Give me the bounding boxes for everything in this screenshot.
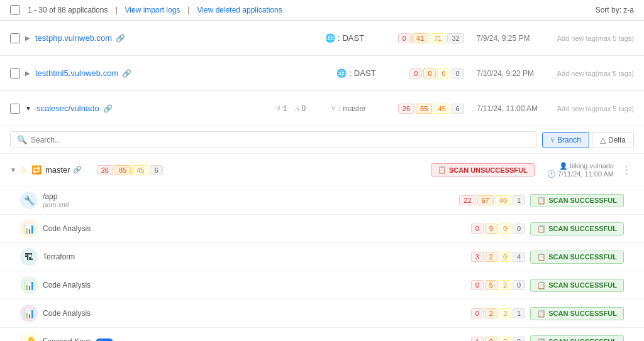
app1-add-tag[interactable]: Add new tag(max 5 tags) <box>557 35 634 42</box>
branch-count-medium: 45 <box>132 165 148 175</box>
app2-add-tag[interactable]: Add new tag(max 5 tags) <box>557 70 634 77</box>
sub-row-5: 🔑 Exposed Keys New 1 0 0 0 📋 SCAN SUCCES… <box>0 328 644 341</box>
tab-buttons: ⑂ Branch △ Delta <box>542 132 634 148</box>
app2-count-critical: 0 <box>409 68 422 78</box>
branch-name: master 🔗 <box>45 165 82 175</box>
tab-delta[interactable]: △ Delta <box>592 132 634 148</box>
view-deleted-link[interactable]: View deleted applications <box>197 6 282 14</box>
sub-status-3: 📋 SCAN SUCCESSFUL <box>530 279 624 292</box>
app2-checkbox[interactable] <box>10 68 20 78</box>
sub-status-2: 📋 SCAN SUCCESSFUL <box>530 251 624 264</box>
separator: | <box>115 6 117 14</box>
app3-link-icon: 🔗 <box>103 104 113 113</box>
app1-link-icon: 🔗 <box>116 34 125 43</box>
branch-meta: 👤 biking.vulnado 🕐 7/11/24, 11:00 AM <box>547 162 614 178</box>
search-input-wrap[interactable]: 🔍 <box>10 131 537 148</box>
sub-status-4: 📋 SCAN SUCCESSFUL <box>530 307 624 320</box>
branch-icon: ⑂ <box>331 104 336 113</box>
app-row-1: ▶ testphp.vulnweb.com 🔗 🌐 : DAST 0 41 71… <box>0 21 644 56</box>
app-list: ▶ testphp.vulnweb.com 🔗 🌐 : DAST 0 41 71… <box>0 21 644 341</box>
separator2: | <box>187 6 189 14</box>
scan-icon-2: 📋 <box>537 253 546 261</box>
select-all-checkbox[interactable] <box>10 5 20 15</box>
app2-link-icon: 🔗 <box>122 69 131 78</box>
tab-branch[interactable]: ⑂ Branch <box>542 132 589 148</box>
app1-count-medium: 71 <box>430 33 446 43</box>
app2-count-medium: 0 <box>437 68 450 78</box>
app1-count-low: 32 <box>447 33 464 43</box>
exposed-keys-icon: 🔑 <box>24 337 35 341</box>
pom-icon: 🔧 <box>24 195 35 205</box>
terraform-icon: 🏗 <box>25 252 33 262</box>
sub-icon-0: 🔧 <box>20 192 38 209</box>
search-icon: 🔍 <box>17 135 27 144</box>
sub-name-5: Exposed Keys New <box>43 337 461 341</box>
sub-row-1: 📊 Code Analysis 0 9 0 0 📋 SCAN SUCCESSFU… <box>0 215 644 243</box>
search-input[interactable] <box>31 136 530 144</box>
app1-timestamp: 7/9/24, 9:25 PM <box>477 34 552 43</box>
app2-expand-icon[interactable]: ▶ <box>25 70 30 77</box>
view-import-logs-link[interactable]: View import logs <box>125 6 180 14</box>
app1-checkbox[interactable] <box>10 33 20 43</box>
app3-count-critical: 26 <box>398 104 414 114</box>
sort-label[interactable]: Sort by: z-a <box>596 6 634 14</box>
sub-counts-0: 22 67 40 1 <box>459 195 525 205</box>
app3-checkbox[interactable] <box>10 104 20 114</box>
app3-expand-icon[interactable]: ▼ <box>25 105 31 112</box>
app2-count-high: 0 <box>423 68 436 78</box>
sub-row-2: 🏗 Terraform 3 2 0 4 📋 SCAN SUCCESSFUL <box>0 243 644 271</box>
app1-counts: 0 41 71 32 <box>398 33 464 43</box>
sub-row-0: 🔧 /app pom.xml 22 67 40 1 📋 SCAN SUCCESS… <box>0 187 644 215</box>
app1-scan-type: 🌐 : DAST <box>325 33 388 43</box>
sub-icon-1: 📊 <box>20 220 38 237</box>
code-analysis-icon-1: 📊 <box>24 224 35 234</box>
code-analysis-icon-4: 📊 <box>24 308 35 318</box>
top-bar: 1 - 30 of 88 applications | View import … <box>0 0 644 21</box>
app3-count-low: 6 <box>452 104 464 114</box>
search-bar-row: 🔍 ⑂ Branch △ Delta <box>0 126 644 154</box>
scan-icon-0: 📋 <box>537 197 546 205</box>
sub-icon-3: 📊 <box>20 276 38 294</box>
branch-count-low: 6 <box>150 165 162 175</box>
sub-status-0: 📋 SCAN SUCCESSFUL <box>530 194 624 207</box>
app3-name[interactable]: scalesec/vulnado 🔗 <box>36 104 271 113</box>
app1-name[interactable]: testphp.vulnweb.com 🔗 <box>35 33 320 43</box>
scan-icon-4: 📋 <box>537 310 546 318</box>
sub-name-4: Code Analysis <box>43 309 461 318</box>
sub-name-3: Code Analysis <box>43 281 461 290</box>
branch-tab-icon: ⑂ <box>550 136 555 144</box>
branch-count-high: 85 <box>114 165 131 175</box>
branch-menu-icon[interactable]: ⋮ <box>619 161 634 178</box>
app2-scan-type: 🌐 : DAST <box>336 68 399 78</box>
sub-name-1: Code Analysis <box>43 224 461 233</box>
branch-collapse-icon[interactable]: ▼ <box>10 166 16 173</box>
app1-expand-icon[interactable]: ▶ <box>25 35 30 41</box>
sub-row-4: 📊 Code Analysis 0 2 3 1 📋 SCAN SUCCESSFU… <box>0 300 644 328</box>
issue-icon: ⑃ <box>295 104 299 113</box>
sub-name-2: Terraform <box>43 252 461 261</box>
expanded-panel: 🔍 ⑂ Branch △ Delta ▼ ☆ 🔁 m <box>0 126 644 341</box>
sub-status-5: 📋 SCAN SUCCESSFUL <box>530 335 624 342</box>
app2-count-low: 0 <box>452 68 464 78</box>
app3-add-tag[interactable]: Add new tag(max 5 tags) <box>557 105 634 112</box>
app3-count-high: 85 <box>416 104 432 114</box>
scan-status-icon: 📋 <box>438 166 447 174</box>
sub-row-3: 📊 Code Analysis 0 5 2 0 📋 SCAN SUCCESSFU… <box>0 271 644 300</box>
sub-counts-3: 0 5 2 0 <box>471 280 526 290</box>
sub-name-0: /app pom.xml <box>43 192 449 208</box>
sub-counts-5: 1 0 0 0 <box>471 337 526 341</box>
sub-icon-4: 📊 <box>20 305 38 322</box>
branch-link-icon: 🔗 <box>73 166 82 174</box>
globe-icon: 🌐 <box>325 33 335 43</box>
app3-counts: 26 85 45 6 <box>398 104 464 114</box>
branch-counts: 26 85 45 6 <box>97 165 163 175</box>
code-analysis-icon-3: 📊 <box>24 280 35 290</box>
app2-name[interactable]: testhtml5.vulnweb.com 🔗 <box>35 68 331 78</box>
app1-count-critical: 0 <box>398 33 411 43</box>
clock-icon: 🕐 <box>547 170 556 178</box>
globe-icon-2: 🌐 <box>336 68 347 78</box>
sub-status-1: 📋 SCAN SUCCESSFUL <box>530 222 624 235</box>
branch-row: ▼ ☆ 🔁 master 🔗 26 85 45 6 📋 SCAN UNSUCCE… <box>0 154 644 187</box>
sub-counts-1: 0 9 0 0 <box>471 224 526 234</box>
scan-icon-3: 📋 <box>537 281 546 290</box>
